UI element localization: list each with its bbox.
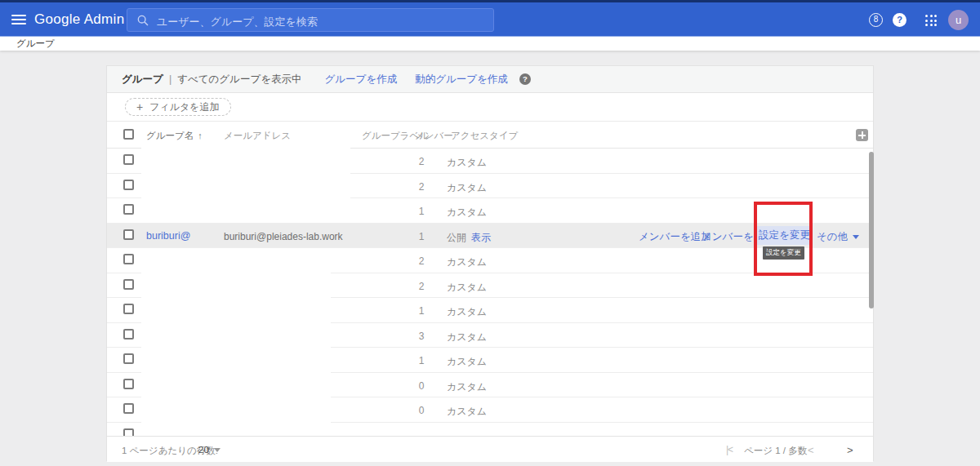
help-icon[interactable]: ? [893,13,906,27]
members-cell: 1 [412,355,430,366]
search-icon [136,14,149,27]
title-separator: | [169,73,172,85]
row-checkbox[interactable] [123,254,134,264]
row-checkbox[interactable] [123,180,134,190]
access-type-cell: カスタム [447,181,487,195]
sort-ascending-icon: ↑ [198,131,203,140]
row-checkbox[interactable] [123,403,134,414]
group-name-link[interactable]: buriburi@ [146,230,190,242]
members-cell: 0 [412,380,430,392]
access-type-cell: カスタム [447,305,487,319]
group-email-cell: buriburi@pleiades-lab.work [224,231,343,242]
create-dynamic-group-link[interactable]: 動的グループを作成 [415,73,508,87]
filter-status: すべてのグループを表示中 [177,73,301,87]
access-view-link[interactable]: 表示 [471,232,491,243]
table-row-hovered: buriburi@ buriburi@pleiades-lab.work 1 公… [107,224,873,249]
access-type-cell: カスタム [447,355,487,369]
settings-tooltip: 設定を変更 [763,246,804,260]
members-cell: 1 [412,206,430,217]
groups-panel: グループ | すべてのグループを表示中 グループを作成 動的グループを作成 ? … [106,65,874,461]
members-cell: 1 [412,231,430,242]
row-checkbox[interactable] [123,154,134,165]
access-type-cell: カスタム [447,156,487,170]
change-settings-link[interactable]: 設定を変更 [757,226,812,245]
table-header-row: グループ名↑ メールアドレス グループラベル メンバー アクセスタイプ [107,122,873,149]
app-bar: Google Admin ユーザー、グループ、設定を検索 8 ? u [0,2,980,37]
create-group-link[interactable]: グループを作成 [324,73,397,87]
add-members-link[interactable]: メンバーを追加 [639,230,711,244]
add-filter-label: フィルタを追加 [149,100,219,114]
chevron-down-icon [214,448,220,452]
panel-help-icon[interactable]: ? [519,73,531,85]
menu-icon[interactable] [11,15,26,24]
access-type-cell: 公開表示 [447,231,491,245]
row-checkbox[interactable] [123,379,134,389]
access-type-cell: カスタム [447,206,487,220]
select-all-checkbox[interactable] [123,129,134,140]
access-type-cell: カスタム [447,380,487,394]
row-checkbox[interactable] [123,428,134,437]
manage-columns-icon[interactable] [856,129,868,141]
breadcrumb-bar: グループ [0,37,980,51]
members-cell: 0 [412,405,430,416]
chevron-down-icon [853,235,859,239]
members-cell: 2 [412,156,430,167]
search-placeholder: ユーザー、グループ、設定を検索 [157,15,318,29]
apps-grid-icon[interactable] [925,15,937,26]
access-type-cell: カスタム [447,281,487,295]
breadcrumb[interactable]: グループ [16,38,55,50]
row-checkbox[interactable] [123,353,134,364]
row-checkbox[interactable] [123,329,134,340]
scrollbar-thumb[interactable] [869,152,874,308]
members-cell: 2 [412,255,430,267]
column-header-email[interactable]: メールアドレス [224,130,291,142]
next-page-icon[interactable]: > [847,444,853,456]
add-filter-button[interactable]: + フィルタを追加 [125,98,231,116]
more-menu-link[interactable]: その他 [817,230,859,244]
access-type-cell: カスタム [447,405,487,419]
members-cell: 3 [412,331,430,342]
page-status: ページ 1 / 多数 [744,445,807,457]
row-checkbox[interactable] [123,229,134,240]
search-input[interactable]: ユーザー、グループ、設定を検索 [127,8,494,32]
previous-page-icon[interactable]: < [808,444,814,456]
page-title: グループ [122,73,163,87]
redaction-overlay-bottom [141,250,331,432]
row-checkbox[interactable] [123,204,134,215]
rows-per-page-select[interactable]: 20 [198,445,220,455]
panel-titlebar: グループ | すべてのグループを表示中 グループを作成 動的グループを作成 ? [107,66,873,93]
redaction-overlay-top [141,148,350,222]
members-cell: 1 [412,305,430,317]
table-footer: 1 ページあたりの行数: 20 |< ページ 1 / 多数 < > [107,436,873,462]
access-type-cell: カスタム [447,331,487,344]
members-cell: 2 [412,281,430,292]
column-header-name[interactable]: グループ名↑ [146,130,203,142]
column-header-access-type[interactable]: アクセスタイプ [451,130,518,142]
row-checkbox[interactable] [123,304,134,314]
avatar[interactable]: u [948,10,969,30]
product-logo: Google Admin [34,11,124,28]
access-type-cell: カスタム [447,255,487,269]
filter-row: + フィルタを追加 [107,93,873,122]
column-header-members[interactable]: メンバー [415,130,453,142]
alerts-icon[interactable]: 8 [869,13,883,27]
first-page-icon[interactable]: |< [726,444,733,455]
plus-icon: + [136,99,143,115]
members-cell: 2 [412,181,430,193]
row-checkbox[interactable] [123,279,134,290]
